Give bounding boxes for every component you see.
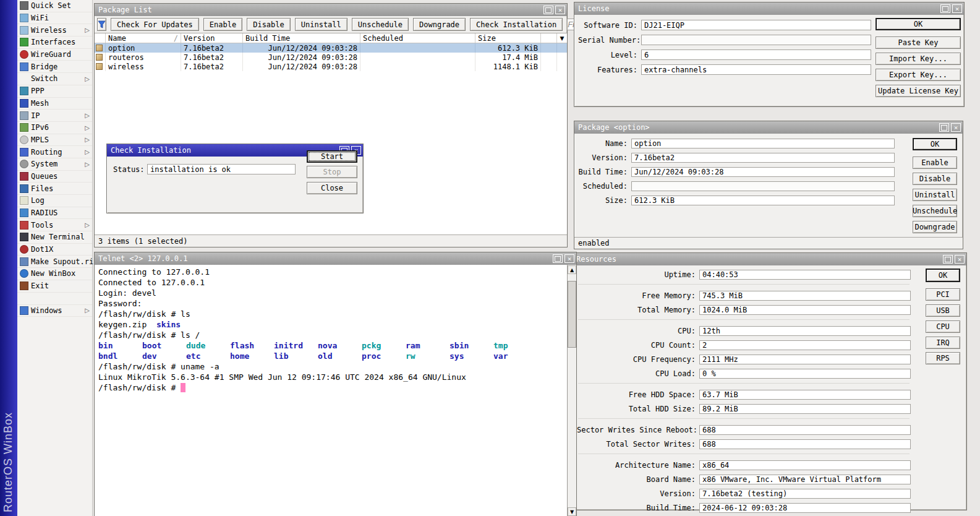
- disable-button[interactable]: Disable: [247, 18, 291, 31]
- level-field[interactable]: 6: [641, 49, 871, 60]
- pci-button[interactable]: PCI: [926, 288, 960, 301]
- scheduled-field[interactable]: [631, 181, 895, 191]
- build-time-column-header[interactable]: Build Time: [243, 33, 360, 43]
- downgrade-button[interactable]: Downgrade: [913, 221, 957, 233]
- sidebar-item-radius[interactable]: RADIUS: [17, 207, 92, 220]
- total-sector-writes-field[interactable]: 688: [699, 439, 911, 449]
- package-option-titlebar[interactable]: Package <option> ×: [574, 121, 963, 134]
- maximize-icon[interactable]: [543, 6, 553, 14]
- resources-titlebar[interactable]: Resources ×: [574, 253, 966, 265]
- enable-button[interactable]: Enable: [203, 18, 242, 31]
- serial-number-field[interactable]: [641, 35, 871, 45]
- sidebar-item-quick-set[interactable]: Quick Set: [17, 0, 92, 12]
- software-id-field[interactable]: DJ21-EIQP: [641, 20, 871, 30]
- sidebar-item-log[interactable]: Log: [17, 195, 92, 207]
- cpu-field[interactable]: 12th: [699, 326, 911, 336]
- maximize-icon[interactable]: [940, 4, 950, 13]
- scrollbar-thumb[interactable]: [568, 281, 576, 348]
- sidebar-item-queues[interactable]: Queues: [17, 171, 92, 183]
- unschedule-button[interactable]: Unschedule: [913, 205, 957, 217]
- maximize-icon[interactable]: [939, 123, 949, 132]
- sidebar-item-tools[interactable]: Tools▷: [17, 219, 92, 231]
- close-icon[interactable]: ×: [555, 6, 565, 14]
- sidebar-item-windows[interactable]: Windows▷: [17, 305, 92, 317]
- icon-column-header[interactable]: [95, 33, 106, 43]
- start-button[interactable]: Start: [307, 150, 357, 163]
- vertical-scrollbar[interactable]: ▲ ▼: [567, 265, 576, 516]
- ok-button[interactable]: OK: [913, 138, 957, 150]
- sidebar-item-new-terminal[interactable]: New Terminal: [17, 231, 92, 244]
- sidebar-item-wireguard[interactable]: WireGuard: [17, 49, 92, 61]
- version-column-header[interactable]: Version: [181, 33, 243, 43]
- cpu-frequency-field[interactable]: 2111 MHz: [699, 355, 911, 364]
- board-name-field[interactable]: x86 VMware, Inc. VMware Virtual Platform: [699, 475, 911, 484]
- update-license-key-button[interactable]: Update License Key: [876, 85, 961, 97]
- sidebar-item-mesh[interactable]: Mesh: [17, 98, 92, 110]
- ok-button[interactable]: OK: [876, 18, 961, 30]
- scheduled-column-header[interactable]: Scheduled: [360, 33, 475, 43]
- sidebar-item-wireless[interactable]: Wireless▷: [17, 24, 92, 37]
- uninstall-button[interactable]: Uninstall: [295, 18, 347, 31]
- scroll-down-icon[interactable]: ▼: [568, 507, 576, 516]
- version-field[interactable]: 7.16beta2: [631, 153, 895, 163]
- sidebar-item-interfaces[interactable]: Interfaces: [17, 37, 92, 49]
- close-button[interactable]: Close: [307, 182, 357, 194]
- maximize-icon[interactable]: [943, 255, 953, 264]
- sidebar-item-new-winbox[interactable]: New WinBox: [17, 268, 92, 280]
- size-column-header[interactable]: Size: [475, 33, 541, 43]
- status-field[interactable]: installation is ok: [147, 164, 296, 174]
- export-key-button[interactable]: Export Key...: [876, 69, 961, 81]
- build-time-field[interactable]: 2024-06-12 09:03:28: [699, 503, 911, 513]
- uptime-field[interactable]: 04:40:53: [699, 270, 911, 280]
- cpu-button[interactable]: CPU: [926, 320, 960, 333]
- free-hdd-space-field[interactable]: 63.7 MiB: [699, 390, 911, 400]
- license-titlebar[interactable]: License ×: [574, 2, 964, 15]
- sidebar-item-ipv6[interactable]: IPv6▷: [17, 122, 92, 134]
- sidebar-item-ip[interactable]: IP▷: [17, 110, 92, 122]
- filter-button[interactable]: [97, 18, 106, 31]
- table-row[interactable]: routeros 7.16beta2 Jun/12/2024 09:03:28 …: [95, 53, 567, 62]
- unschedule-button[interactable]: Unschedule: [352, 18, 409, 31]
- maximize-icon[interactable]: [553, 254, 563, 263]
- version-field[interactable]: 7.16beta2 (testing): [699, 489, 911, 499]
- usb-button[interactable]: USB: [926, 304, 960, 317]
- downgrade-button[interactable]: Downgrade: [413, 18, 466, 31]
- sidebar-item-system[interactable]: System▷: [17, 158, 92, 171]
- table-row[interactable]: option 7.16beta2 Jun/12/2024 09:03:28 61…: [95, 43, 567, 53]
- size-field[interactable]: 612.3 KiB: [631, 196, 895, 205]
- check-for-updates-button[interactable]: Check For Updates: [111, 18, 199, 31]
- irq-button[interactable]: IRQ: [926, 337, 960, 349]
- sidebar-item-ppp[interactable]: PPP: [17, 85, 92, 98]
- column-chooser-dropdown[interactable]: ▼: [557, 33, 567, 43]
- close-icon[interactable]: ×: [955, 255, 965, 264]
- telnet-titlebar[interactable]: Telnet <2> 127.0.0.1 ×: [95, 252, 576, 265]
- scroll-up-icon[interactable]: ▲: [568, 265, 576, 274]
- close-icon[interactable]: ×: [952, 4, 962, 13]
- package-list-titlebar[interactable]: Package List ×: [95, 4, 567, 16]
- table-row[interactable]: wireless 7.16beta2 Jun/12/2024 09:03:28 …: [95, 62, 567, 71]
- sidebar-item-bridge[interactable]: Bridge: [17, 61, 92, 73]
- uninstall-button[interactable]: Uninstall: [913, 189, 957, 201]
- sidebar-item-mpls[interactable]: MPLS▷: [17, 134, 92, 147]
- cpu-load-field[interactable]: 0 %: [699, 369, 911, 379]
- rps-button[interactable]: RPS: [926, 352, 960, 364]
- sector-writes-since-reboot-field[interactable]: 688: [699, 425, 911, 435]
- stop-button[interactable]: Stop: [307, 166, 357, 178]
- sidebar-item-files[interactable]: Files: [17, 183, 92, 195]
- terminal-output[interactable]: Connecting to 127.0.0.1Connected to 127.…: [95, 265, 567, 516]
- free-memory-field[interactable]: 745.3 MiB: [699, 291, 911, 301]
- sidebar-item-exit[interactable]: Exit: [17, 280, 92, 293]
- sidebar-item-wifi[interactable]: WiFi: [17, 12, 92, 25]
- architecture-name-field[interactable]: x86_64: [699, 460, 911, 470]
- name-column-header[interactable]: Name/: [106, 33, 181, 43]
- name-field[interactable]: option: [631, 139, 895, 148]
- features-field[interactable]: extra-channels: [641, 64, 871, 75]
- total-hdd-size-field[interactable]: 89.2 MiB: [699, 404, 911, 414]
- ok-button[interactable]: OK: [926, 269, 960, 282]
- disable-button[interactable]: Disable: [913, 173, 957, 185]
- close-icon[interactable]: ×: [951, 123, 961, 132]
- build-time-field[interactable]: Jun/12/2024 09:03:28: [631, 167, 895, 177]
- import-key-button[interactable]: Import Key...: [876, 53, 961, 65]
- sidebar-item-dot1x[interactable]: Dot1X: [17, 244, 92, 256]
- total-memory-field[interactable]: 1024.0 MiB: [699, 305, 911, 315]
